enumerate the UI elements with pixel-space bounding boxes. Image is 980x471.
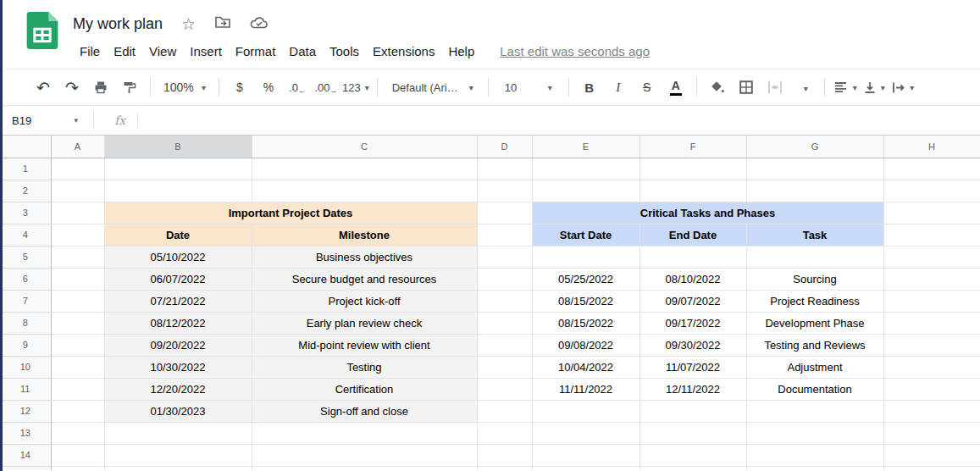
horizontal-align-button[interactable] [833, 75, 858, 100]
cell-H2[interactable] [883, 180, 980, 202]
document-title[interactable]: My work plan [73, 15, 163, 33]
cell-C10[interactable]: Testing [252, 356, 477, 378]
row-header-8[interactable]: 8 [0, 312, 51, 334]
column-header-F[interactable]: F [639, 136, 746, 158]
cell-C11[interactable]: Certification [252, 378, 477, 400]
cell-H5[interactable] [883, 246, 980, 268]
cell-A11[interactable] [51, 378, 104, 400]
menu-format[interactable]: Format [229, 42, 283, 61]
cell-B7[interactable]: 07/21/2022 [104, 290, 252, 312]
row-header-6[interactable]: 6 [0, 268, 51, 290]
cell-D8[interactable] [477, 312, 532, 334]
row-header-11[interactable]: 11 [0, 378, 51, 400]
cell-A10[interactable] [51, 356, 104, 378]
cell-H1[interactable] [883, 158, 980, 180]
cell-A3[interactable] [51, 202, 104, 224]
cell-D6[interactable] [477, 268, 532, 290]
column-header-E[interactable]: E [532, 136, 639, 158]
decrease-decimal-button[interactable]: .0← [285, 75, 310, 100]
cell-A4[interactable] [51, 224, 104, 246]
cell-H14[interactable] [883, 444, 980, 466]
text-color-button[interactable]: A [663, 75, 689, 100]
move-folder-icon[interactable] [214, 14, 231, 33]
cell-A8[interactable] [51, 312, 104, 334]
cell-H7[interactable] [883, 290, 980, 312]
cell-C9[interactable]: Mid-point review with client [252, 334, 477, 356]
cell-E1[interactable] [532, 158, 639, 180]
cell-B6[interactable]: 06/07/2022 [104, 268, 252, 290]
cell-A12[interactable] [51, 400, 104, 422]
cell-A2[interactable] [51, 180, 104, 202]
more-formats-button[interactable]: 123 [342, 75, 369, 100]
cell-H6[interactable] [883, 268, 980, 290]
menu-extensions[interactable]: Extensions [366, 42, 441, 61]
cell-G14[interactable] [746, 444, 883, 466]
cell-H12[interactable] [883, 400, 980, 422]
cell-H9[interactable] [883, 334, 980, 356]
zoom-selector[interactable]: 100% [158, 75, 211, 100]
cell-G6[interactable]: Sourcing [746, 268, 883, 290]
cell-D14[interactable] [477, 444, 532, 466]
cell-F13[interactable] [639, 422, 746, 444]
borders-button[interactable] [734, 75, 759, 100]
cell-C12[interactable]: Sign-off and close [252, 400, 477, 422]
font-family-selector[interactable]: Default (Ari… [385, 75, 480, 100]
cell-D2[interactable] [477, 180, 532, 202]
cell-B3[interactable]: Important Project Dates [104, 202, 477, 224]
column-header-H[interactable]: H [883, 136, 980, 158]
cell-C4[interactable]: Milestone [252, 224, 477, 246]
cell-H10[interactable] [883, 356, 980, 378]
cell-F14[interactable] [639, 444, 746, 466]
cell-H11[interactable] [883, 378, 980, 400]
cell-A6[interactable] [51, 268, 104, 290]
column-header-D[interactable]: D [477, 136, 532, 158]
fill-color-button[interactable] [705, 75, 730, 100]
row-header-13[interactable]: 13 [0, 422, 51, 444]
cell-D10[interactable] [477, 356, 532, 378]
column-header-G[interactable]: G [746, 136, 883, 158]
cell-D9[interactable] [477, 334, 532, 356]
cell-G7[interactable]: Project Readiness [746, 290, 883, 312]
cell-D12[interactable] [477, 400, 532, 422]
cell-B14[interactable] [104, 444, 252, 466]
name-box[interactable]: B19 [0, 114, 85, 127]
cell-E13[interactable] [532, 422, 639, 444]
row-header-14[interactable]: 14 [0, 444, 51, 466]
cell-B11[interactable]: 12/20/2022 [104, 378, 252, 400]
cell-F4[interactable]: End Date [639, 224, 746, 246]
cell-B4[interactable]: Date [104, 224, 252, 246]
cell-E12[interactable] [532, 400, 639, 422]
cell-F5[interactable] [639, 246, 746, 268]
cell-D5[interactable] [477, 246, 532, 268]
cell-E9[interactable]: 09/08/2022 [532, 334, 639, 356]
cell-E3[interactable]: Critical Tasks and Phases [532, 202, 883, 224]
column-header-A[interactable]: A [51, 136, 104, 158]
cell-B8[interactable]: 08/12/2022 [104, 312, 252, 334]
print-button[interactable] [88, 75, 114, 100]
cell-E11[interactable]: 11/11/2022 [532, 378, 639, 400]
cell-E4[interactable]: Start Date [532, 224, 639, 246]
format-currency-button[interactable]: $ [227, 75, 252, 100]
cell-E14[interactable] [532, 444, 639, 466]
font-size-selector[interactable]: 10 [496, 75, 561, 100]
cell-H13[interactable] [883, 422, 980, 444]
cell-A5[interactable] [51, 246, 104, 268]
cell-D4[interactable] [477, 224, 532, 246]
menu-file[interactable]: File [73, 42, 107, 61]
menu-view[interactable]: View [142, 42, 183, 61]
cell-D13[interactable] [477, 422, 532, 444]
cell-C2[interactable] [252, 180, 477, 202]
row-header-3[interactable]: 3 [0, 202, 51, 224]
cell-G1[interactable] [746, 158, 883, 180]
cell-G2[interactable] [746, 180, 883, 202]
cell-F1[interactable] [639, 158, 746, 180]
cell-B1[interactable] [104, 158, 252, 180]
cell-F2[interactable] [639, 180, 746, 202]
cell-E8[interactable]: 08/15/2022 [532, 312, 639, 334]
row-header-10[interactable]: 10 [0, 356, 51, 378]
cell-G9[interactable]: Testing and Reviews [746, 334, 883, 356]
cell-C6[interactable]: Secure budget and resources [252, 268, 477, 290]
format-percent-button[interactable]: % [256, 75, 281, 100]
cell-F6[interactable]: 08/10/2022 [639, 268, 746, 290]
cell-E5[interactable] [532, 246, 639, 268]
